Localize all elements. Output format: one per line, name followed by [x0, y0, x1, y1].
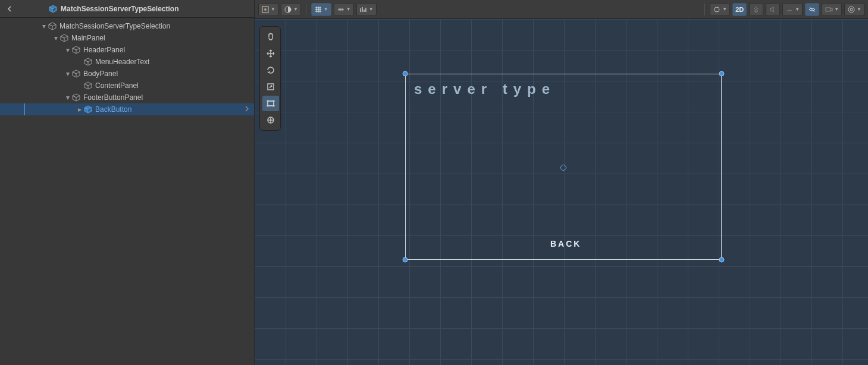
2d-mode-button[interactable]: 2D — [732, 3, 747, 16]
hierarchy-back-icon[interactable] — [5, 6, 15, 12]
selection-handle-br[interactable] — [719, 257, 725, 263]
scene-camera-button[interactable]: ▼ — [710, 3, 730, 16]
scale-tool[interactable] — [262, 79, 279, 95]
dropdown-arrow-icon: ▼ — [795, 7, 800, 12]
gameobject-cube-icon — [83, 58, 93, 66]
svg-point-1 — [264, 8, 267, 11]
toolbar-separator — [704, 4, 705, 15]
move-tool[interactable] — [262, 46, 279, 61]
toolbar-separator — [306, 4, 306, 15]
hierarchy-title: MatchSessionServerTypeSelection — [61, 5, 179, 13]
tree-item-backbutton[interactable]: ▸ BackButton — [0, 103, 254, 115]
dropdown-arrow-icon: ▼ — [369, 7, 374, 12]
svg-point-3 — [715, 7, 719, 12]
scene-panel: ▼ ▼ ▼ ▼ ▼ ▼ 2D — [255, 0, 868, 365]
tree-item-label: MainPanel — [71, 34, 105, 42]
rotate-tool[interactable] — [262, 62, 279, 78]
expand-arrow-icon[interactable]: ▾ — [64, 70, 71, 78]
expand-arrow-icon[interactable]: ▾ — [64, 93, 71, 102]
transform-tool[interactable] — [262, 112, 279, 128]
expand-arrow-icon[interactable]: ▸ — [76, 105, 83, 114]
svg-point-12 — [273, 105, 274, 106]
svg-point-9 — [267, 100, 268, 102]
tree-item-footerbuttonpanel[interactable]: ▾ FooterButtonPanel — [0, 92, 254, 103]
dropdown-arrow-icon: ▼ — [293, 7, 298, 12]
lighting-button[interactable] — [749, 3, 763, 16]
camera-button[interactable]: ▼ — [822, 3, 842, 16]
expand-arrow-icon[interactable]: ▾ — [64, 46, 71, 54]
visibility-button[interactable] — [805, 3, 819, 16]
selection-handle-tr[interactable] — [719, 71, 725, 77]
shading-mode-button[interactable]: ▼ — [281, 3, 301, 16]
gameobject-cube-icon — [71, 70, 81, 78]
scene-toolbar: ▼ ▼ ▼ ▼ ▼ ▼ 2D — [255, 0, 868, 19]
selection-handle-tl[interactable] — [403, 71, 408, 77]
effects-button[interactable]: ▼ — [782, 3, 803, 16]
tree-item-label: FooterButtonPanel — [83, 93, 143, 102]
tree-item-label: HeaderPanel — [83, 46, 125, 54]
tree-item-label: ContentPanel — [95, 81, 139, 90]
draw-mode-button[interactable]: ▼ — [258, 3, 278, 16]
selection-pivot-icon[interactable] — [560, 165, 566, 171]
expand-arrow-icon[interactable]: ▾ — [40, 22, 48, 30]
svg-rect-8 — [268, 101, 274, 106]
back-button-label: BACK — [550, 239, 581, 248]
expand-arrow-icon — [76, 58, 83, 66]
2d-mode-label: 2D — [735, 6, 744, 13]
dropdown-arrow-icon: ▼ — [271, 7, 275, 12]
dropdown-arrow-icon: ▼ — [857, 7, 861, 12]
prefab-cube-icon — [83, 105, 93, 114]
svg-point-5 — [848, 7, 854, 12]
chevron-right-icon[interactable] — [245, 105, 249, 114]
svg-rect-4 — [826, 8, 831, 11]
tree-item-bodypanel[interactable]: ▾ BodyPanel — [0, 68, 254, 80]
tree-item-root[interactable]: ▾ MatchSessionServerTypeSelection — [0, 20, 254, 32]
hand-tool[interactable] — [262, 29, 279, 45]
tree-item-contentpanel[interactable]: ContentPanel — [0, 80, 254, 92]
tree-item-headerpanel[interactable]: ▾ HeaderPanel — [0, 44, 254, 56]
prefab-cube-icon — [49, 5, 57, 13]
svg-point-11 — [267, 105, 268, 106]
gameobject-cube-icon — [71, 46, 81, 54]
gameobject-cube-icon — [59, 34, 69, 42]
tree-item-label: MatchSessionServerTypeSelection — [59, 22, 170, 30]
audio-button[interactable] — [766, 3, 780, 16]
gameobject-cube-icon — [83, 81, 93, 90]
tree-item-menuheadertext[interactable]: MenuHeaderText — [0, 56, 254, 68]
dropdown-arrow-icon: ▼ — [324, 7, 328, 12]
hierarchy-panel: MatchSessionServerTypeSelection ▾ MatchS… — [0, 0, 255, 365]
gizmos-button[interactable]: ▼ — [844, 3, 864, 16]
tree-item-label: BackButton — [95, 105, 131, 114]
svg-point-6 — [850, 8, 853, 11]
tree-item-mainpanel[interactable]: ▾ MainPanel — [0, 32, 254, 44]
snap-increment-button[interactable]: ▼ — [334, 3, 354, 16]
snap-settings-button[interactable]: ▼ — [356, 3, 377, 16]
selection-handle-bl[interactable] — [403, 257, 408, 263]
svg-point-10 — [273, 100, 274, 102]
menu-header-text: server type — [414, 81, 556, 97]
dropdown-arrow-icon: ▼ — [834, 7, 839, 12]
dropdown-arrow-icon: ▼ — [346, 7, 351, 12]
gameobject-cube-icon — [71, 93, 81, 102]
hierarchy-header: MatchSessionServerTypeSelection — [0, 0, 254, 18]
tree-item-label: MenuHeaderText — [95, 58, 149, 66]
gameobject-cube-icon — [48, 22, 57, 30]
expand-arrow-icon — [76, 81, 83, 90]
expand-arrow-icon[interactable]: ▾ — [52, 34, 59, 42]
rect-tool[interactable] — [262, 96, 279, 111]
dropdown-arrow-icon: ▼ — [722, 7, 727, 12]
transform-tools-panel — [259, 26, 281, 131]
scene-viewport[interactable]: server type BACK — [255, 19, 868, 365]
hierarchy-tree: ▾ MatchSessionServerTypeSelection ▾ Main… — [0, 18, 254, 365]
grid-snap-button[interactable]: ▼ — [311, 3, 331, 16]
tree-item-label: BodyPanel — [83, 70, 118, 78]
